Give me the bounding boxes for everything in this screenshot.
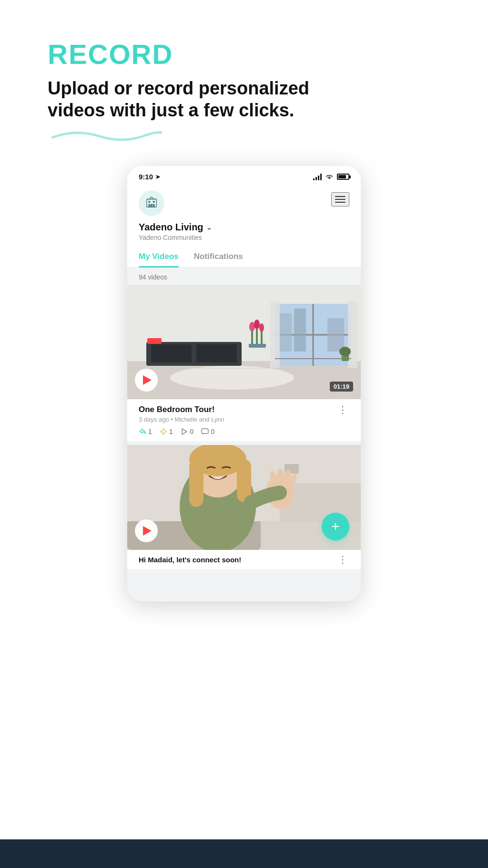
svg-marker-38 <box>182 429 187 434</box>
bottom-bar <box>0 839 488 868</box>
comment-icon <box>201 428 209 435</box>
play-icon-stat <box>181 428 188 435</box>
svg-point-33 <box>162 430 165 434</box>
svg-rect-11 <box>151 344 192 362</box>
video-info-2: Hi Madaid, let's connect soon! ⋮ <box>127 550 361 569</box>
fab-add-button[interactable]: + <box>322 513 349 540</box>
room-scene-svg <box>127 285 361 399</box>
signal-icon <box>313 174 322 180</box>
stat-likes: 1 <box>160 428 173 435</box>
wifi-icon <box>325 174 333 180</box>
svg-rect-39 <box>202 429 208 434</box>
svg-rect-3 <box>148 204 150 207</box>
video-meta-1: 3 days ago • Michelle and Lynn <box>139 416 349 423</box>
svg-point-31 <box>339 347 351 356</box>
svg-rect-2 <box>153 201 155 203</box>
svg-rect-5 <box>151 204 152 207</box>
comments-count: 0 <box>211 428 214 435</box>
video-card-2: + Hi Madaid, let's connect soon! ⋮ <box>127 445 361 569</box>
video-card-1: 01:19 One Bedroom Tour! ⋮ 3 days ago • M… <box>127 285 361 441</box>
more-options-button-2[interactable]: ⋮ <box>336 555 349 564</box>
marketing-section: RECORD Upload or record personalized vid… <box>0 0 488 161</box>
tab-notifications[interactable]: Notifications <box>194 246 243 267</box>
svg-rect-25 <box>294 309 306 351</box>
play-button-2[interactable] <box>135 519 158 542</box>
plays-count: 0 <box>190 428 194 435</box>
svg-rect-49 <box>189 459 203 507</box>
building-icon <box>145 196 158 211</box>
community-name: Yadeno Communities <box>139 234 349 241</box>
svg-rect-26 <box>327 318 344 351</box>
app-logo <box>139 190 164 216</box>
stat-shares: 1 <box>139 428 152 435</box>
video-info-1: One Bedroom Tour! ⋮ 3 days ago • Michell… <box>127 399 361 441</box>
shares-count: 1 <box>148 428 152 435</box>
video-title-2: Hi Madaid, let's connect soon! <box>139 556 241 564</box>
svg-point-9 <box>170 366 294 390</box>
svg-point-18 <box>254 320 260 329</box>
stat-comments: 0 <box>201 428 214 435</box>
video-thumbnail-2[interactable]: + <box>127 445 361 550</box>
svg-rect-20 <box>249 344 266 348</box>
tab-my-videos[interactable]: My Videos <box>139 246 179 267</box>
svg-rect-12 <box>196 344 237 362</box>
video-thumbnail-1[interactable]: 01:19 <box>127 285 361 399</box>
record-title: RECORD <box>48 38 173 70</box>
phone-mockup: 9:10 ➤ <box>127 166 361 601</box>
spark-icon <box>160 428 167 435</box>
company-info: Yadeno Living ⌄ Yadeno Communities <box>127 220 361 246</box>
more-options-button-1[interactable]: ⋮ <box>336 405 349 414</box>
likes-count: 1 <box>169 428 173 435</box>
status-bar: 9:10 ➤ <box>127 166 361 186</box>
underline-decoration <box>48 126 162 142</box>
company-name-text: Yadeno Living <box>139 222 203 233</box>
svg-rect-13 <box>147 338 162 344</box>
share-icon <box>139 428 146 435</box>
tabs-bar: My Videos Notifications <box>127 246 361 268</box>
svg-rect-4 <box>153 204 155 207</box>
app-header <box>127 186 361 220</box>
company-name-row[interactable]: Yadeno Living ⌄ <box>139 222 349 233</box>
svg-point-19 <box>259 323 264 332</box>
video-duration-1: 01:19 <box>330 382 353 392</box>
svg-rect-1 <box>148 201 150 203</box>
video-stats-1: 1 1 <box>139 428 349 435</box>
video-title-1: One Bedroom Tour! <box>139 405 214 414</box>
record-subtitle: Upload or record personalized videos wit… <box>48 78 324 121</box>
hamburger-menu-button[interactable] <box>331 192 349 207</box>
battery-icon <box>337 174 349 180</box>
status-time: 9:10 ➤ <box>139 173 160 181</box>
play-button-1[interactable] <box>135 369 158 392</box>
video-count: 94 videos <box>127 268 361 285</box>
status-icons <box>313 174 349 180</box>
stat-plays: 0 <box>181 428 194 435</box>
chevron-down-icon: ⌄ <box>206 224 212 231</box>
content-area: 94 videos <box>127 268 361 601</box>
location-icon: ➤ <box>155 174 160 180</box>
